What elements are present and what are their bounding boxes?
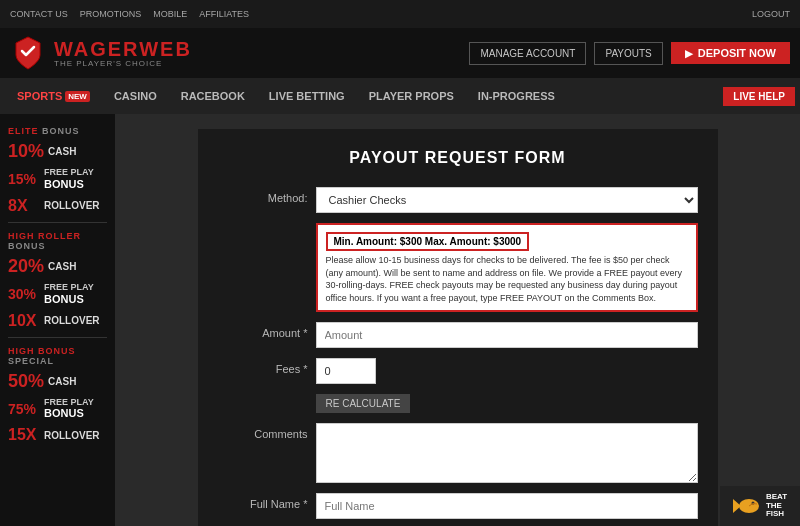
info-text: Please allow 10-15 business days for che…	[326, 254, 688, 304]
nav-casino[interactable]: CASINO	[102, 78, 169, 114]
elite-freeplay-pct: 15%	[8, 171, 40, 187]
recalculate-button[interactable]: RE CALCULATE	[316, 394, 411, 413]
amount-label: Amount *	[218, 322, 308, 339]
hr-freeplay-pct: 30%	[8, 286, 40, 302]
logout-button[interactable]: LOGOUT	[752, 9, 790, 19]
contact-us-link[interactable]: CONTACT US	[10, 9, 68, 19]
info-row: Min. Amount: $300 Max. Amount: $3000 Ple…	[218, 223, 698, 312]
fees-row: Fees *	[218, 358, 698, 384]
info-box: Min. Amount: $300 Max. Amount: $3000 Ple…	[316, 223, 698, 312]
sidebar-hb-freeplay: 75% FREE PLAYBONUS	[0, 395, 115, 424]
hb-cash-pct: 50%	[8, 371, 44, 392]
header-right: MANAGE ACCOUNT PAYOUTS ▶ DEPOSIT NOW	[469, 42, 790, 65]
recalc-placeholder-label	[218, 394, 308, 399]
elite-rollover-pct: 8X	[8, 197, 40, 215]
comments-input[interactable]	[316, 423, 698, 483]
comments-label: Comments	[218, 423, 308, 440]
elite-cash-label: CASH	[48, 146, 76, 157]
sidebar-hr-cash: 20% CASH	[0, 253, 115, 280]
amount-input[interactable]	[316, 322, 698, 348]
fees-input[interactable]	[316, 358, 376, 384]
hb-freeplay-pct: 75%	[8, 401, 40, 417]
form-container: PAYOUT REQUEST FORM Method: Cashier Chec…	[198, 129, 718, 526]
fish-icon	[733, 495, 763, 517]
elite-cash-pct: 10%	[8, 141, 44, 162]
sidebar-elite-rollover: 8X ROLLOVER	[0, 194, 115, 218]
recalculate-row: RE CALCULATE	[218, 394, 698, 413]
method-select[interactable]: Cashier Checks	[316, 187, 698, 213]
hb-rollover-label: ROLLOVER	[44, 430, 100, 441]
sidebar-hr-rollover: 10X ROLLOVER	[0, 309, 115, 333]
top-bar: CONTACT US PROMOTIONS MOBILE AFFILIATES …	[0, 0, 800, 28]
logo-area: WAGERWEB THE PLAYER'S CHOICE	[10, 35, 192, 71]
elite-freeplay-label: FREE PLAYBONUS	[44, 168, 94, 191]
manage-account-button[interactable]: MANAGE ACCOUNT	[469, 42, 586, 65]
main-layout: ELITE BONUS 10% CASH 15% FREE PLAYBONUS …	[0, 114, 800, 526]
comments-row: Comments	[218, 423, 698, 483]
sidebar-divider-2	[8, 337, 107, 338]
deposit-button[interactable]: ▶ DEPOSIT NOW	[671, 42, 790, 64]
payouts-button[interactable]: PAYOUTS	[594, 42, 662, 65]
logo-text: WAGERWEB THE PLAYER'S CHOICE	[54, 39, 192, 68]
nav-racebook[interactable]: RACEBOOK	[169, 78, 257, 114]
hr-rollover-label: ROLLOVER	[44, 315, 100, 326]
fullname-label: Full Name *	[218, 493, 308, 510]
sports-new-badge: NEW	[65, 91, 90, 102]
logo-icon	[10, 35, 46, 71]
affiliates-link[interactable]: AFFILIATES	[199, 9, 249, 19]
elite-rollover-label: ROLLOVER	[44, 200, 100, 211]
high-roller-title: HIGH ROLLER BONUS	[0, 227, 115, 253]
method-label: Method:	[218, 187, 308, 204]
mobile-link[interactable]: MOBILE	[153, 9, 187, 19]
hb-rollover-pct: 15X	[8, 426, 40, 444]
play-icon: ▶	[685, 48, 693, 59]
promotions-link[interactable]: PROMOTIONS	[80, 9, 142, 19]
top-bar-links: CONTACT US PROMOTIONS MOBILE AFFILIATES	[10, 9, 249, 19]
sidebar: ELITE BONUS 10% CASH 15% FREE PLAYBONUS …	[0, 114, 115, 526]
hb-freeplay-label: FREE PLAYBONUS	[44, 398, 94, 421]
min-max-badge: Min. Amount: $300 Max. Amount: $3000	[326, 232, 530, 251]
fullname-input[interactable]	[316, 493, 698, 519]
header: WAGERWEB THE PLAYER'S CHOICE MANAGE ACCO…	[0, 28, 800, 78]
sidebar-elite-freeplay: 15% FREE PLAYBONUS	[0, 165, 115, 194]
sidebar-hb-cash: 50% CASH	[0, 368, 115, 395]
nav-sports[interactable]: SPORTS NEW	[5, 78, 102, 114]
nav-live-betting[interactable]: LIVE BETTING	[257, 78, 357, 114]
nav-player-props[interactable]: PLAYER PROPS	[357, 78, 466, 114]
hr-cash-label: CASH	[48, 261, 76, 272]
svg-marker-1	[733, 499, 741, 513]
amount-row: Amount *	[218, 322, 698, 348]
sidebar-divider-1	[8, 222, 107, 223]
high-bonus-title: HIGH BONUS SPECIAL	[0, 342, 115, 368]
logo-subtitle: THE PLAYER'S CHOICE	[54, 59, 192, 68]
logo-name: WAGERWEB	[54, 39, 192, 59]
live-help-button[interactable]: LIVE HELP	[723, 87, 795, 106]
fullname-row: Full Name *	[218, 493, 698, 519]
hb-cash-label: CASH	[48, 376, 76, 387]
main-content: PAYOUT REQUEST FORM Method: Cashier Chec…	[115, 114, 800, 526]
nav-bar: SPORTS NEW CASINO RACEBOOK LIVE BETTING …	[0, 78, 800, 114]
sidebar-elite-cash: 10% CASH	[0, 138, 115, 165]
deposit-label: DEPOSIT NOW	[698, 47, 776, 59]
btf-badge: BEATTHEFISH	[720, 486, 800, 526]
btf-text: BEATTHEFISH	[766, 493, 787, 519]
hr-cash-pct: 20%	[8, 256, 44, 277]
sidebar-hb-rollover: 15X ROLLOVER	[0, 423, 115, 447]
fees-label: Fees *	[218, 358, 308, 375]
elite-bonus-title: ELITE BONUS	[0, 122, 115, 138]
nav-in-progress[interactable]: IN-PROGRESS	[466, 78, 567, 114]
info-placeholder-label	[218, 223, 308, 228]
method-row: Method: Cashier Checks	[218, 187, 698, 213]
sidebar-hr-freeplay: 30% FREE PLAYBONUS	[0, 280, 115, 309]
hr-rollover-pct: 10X	[8, 312, 40, 330]
form-title: PAYOUT REQUEST FORM	[218, 149, 698, 167]
hr-freeplay-label: FREE PLAYBONUS	[44, 283, 94, 306]
